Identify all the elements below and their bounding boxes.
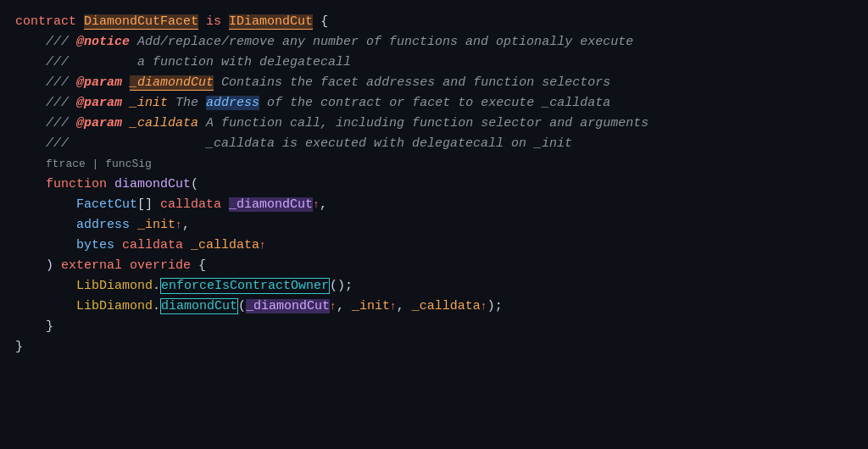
code-line-11: address _init↑,: [15, 215, 853, 236]
code-line-12: bytes calldata _calldata↑: [15, 236, 853, 256]
code-line-5: /// @param _init The address of the cont…: [15, 93, 853, 114]
code-line-9: function diamondCut(: [15, 175, 853, 195]
code-line-4: /// @param _diamondCut Contains the face…: [15, 73, 853, 93]
code-line-16: }: [15, 317, 853, 337]
code-line-2: /// @notice Add/replace/remove any numbe…: [15, 32, 853, 53]
code-line-17: }: [15, 337, 853, 358]
code-editor: contract DiamondCutFacet is IDiamondCut …: [0, 0, 868, 449]
code-line-14: LibDiamond.enforceIsContractOwner();: [15, 276, 853, 297]
code-line-6: /// @param _calldata A function call, in…: [15, 114, 853, 134]
code-line-13: ) external override {: [15, 256, 853, 276]
code-line-10: FacetCut[] calldata _diamondCut↑,: [15, 195, 853, 215]
code-line-7: /// _calldata is executed with delegatec…: [15, 134, 853, 154]
code-line-15: LibDiamond.diamondCut(_diamondCut↑, _ini…: [15, 297, 853, 317]
code-line-3: /// a function with delegatecall: [15, 53, 853, 73]
code-line-1: contract DiamondCutFacet is IDiamondCut …: [15, 12, 853, 32]
code-line-8: ftrace | funcSig: [15, 154, 853, 175]
